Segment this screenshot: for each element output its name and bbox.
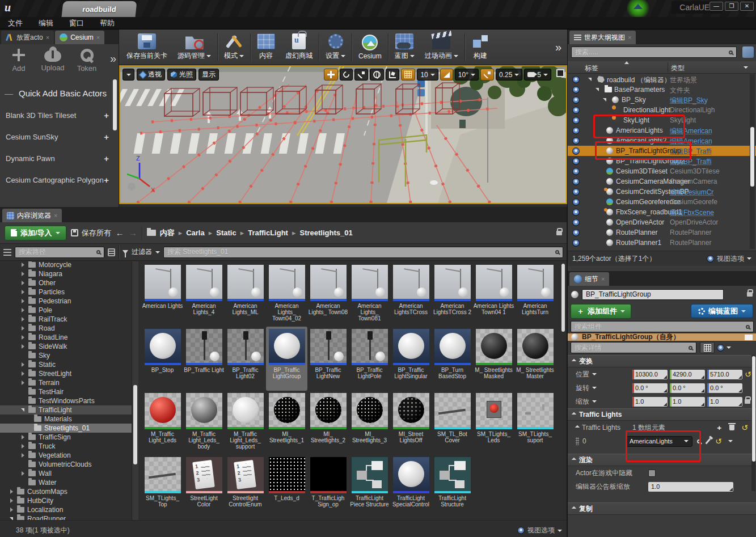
folder-Niagara[interactable]: Niagara	[0, 269, 132, 278]
visibility-eye-icon[interactable]	[572, 198, 580, 206]
tab-content-browser[interactable]: 内容浏览器×	[2, 209, 62, 222]
visibility-eye-icon[interactable]	[572, 107, 580, 114]
folder-Road[interactable]: Road	[0, 324, 132, 333]
visibility-eye-icon[interactable]	[572, 229, 580, 236]
chevron-right-icon[interactable]	[22, 435, 24, 439]
tab-放置acto[interactable]: 放置acto×	[1, 31, 54, 44]
asset-M_-Streetlights-Master[interactable]: M_ Streetlights Master	[514, 327, 556, 391]
scale-tool-button[interactable]	[354, 69, 368, 81]
toolbar-settings-button[interactable]: 设置	[320, 32, 350, 62]
transform-x-field[interactable]: 0.0 °	[632, 383, 668, 393]
level-tab[interactable]: roadbuild	[62, 1, 137, 17]
folder-StreetLight[interactable]: StreetLight	[0, 369, 132, 378]
folder-tree-scrollbar[interactable]	[133, 385, 137, 464]
folder-Wall[interactable]: Wall	[0, 469, 132, 478]
folder-RailTrack[interactable]: RailTrack	[0, 315, 132, 324]
asset-StreetLight-Color[interactable]: 1 2 3StreetLight Color	[183, 455, 225, 519]
asset-BP_Traffic-LightPole[interactable]: BP_Traffic LightPole	[349, 327, 390, 391]
chevron-right-icon[interactable]	[22, 281, 24, 285]
search-components-input[interactable]: 搜索组件	[571, 321, 754, 332]
chevron-right-icon[interactable]	[22, 263, 24, 267]
asset-M_-Streetlights-Masked[interactable]: M_ Streetlights Masked	[473, 327, 514, 391]
lit-mode-button[interactable]: 光照	[167, 69, 196, 81]
asset-T_Leds_d[interactable]: T_Leds_d	[266, 455, 307, 519]
tab-Cesium[interactable]: Cesium×	[55, 31, 104, 44]
chevron-down-icon[interactable]	[603, 98, 606, 102]
scale-snap-button[interactable]	[480, 69, 494, 81]
edit-blueprint-link[interactable]: 编辑FbxScene	[670, 208, 747, 218]
quick-add-section-header[interactable]: —Quick Add Basic Actors	[5, 88, 107, 98]
folder-Other[interactable]: Other	[0, 278, 132, 287]
chevron-right-icon[interactable]	[22, 272, 24, 276]
folder-TestWindowsParts[interactable]: TestWindowsParts	[0, 396, 132, 405]
folder-RoadRunner[interactable]: RoadRunner	[0, 514, 132, 520]
asset-BP_Traffic-Light[interactable]: BP_Traffic Light	[183, 327, 225, 391]
folder-Water[interactable]: Water	[0, 478, 132, 487]
collections-icon[interactable]	[108, 248, 115, 256]
transform-z-field[interactable]: 5710.0	[707, 370, 742, 379]
quick-add-item[interactable]: Cesium Cartographic Polygon+	[0, 169, 113, 191]
asset-MI_Street-LightsOff[interactable]: MI_Street LightsOff	[390, 391, 432, 455]
array-label[interactable]: Traffic Lights	[576, 424, 632, 432]
search-paths-input[interactable]: 搜索路径	[15, 247, 104, 258]
folder-Pole[interactable]: Pole	[0, 306, 132, 315]
asset-grid-scrollbar[interactable]	[561, 264, 565, 332]
filters-label[interactable]: 过滤器	[132, 247, 152, 257]
quick-add-item[interactable]: Cesium SunSky+	[0, 126, 113, 147]
back-icon[interactable]: ←	[116, 228, 124, 238]
asset-American-Lights_-Town08[interactable]: American Lights_ Town08	[307, 263, 349, 327]
outliner-row-RoutePlanner[interactable]: RoutePlannerRoutePlanner	[568, 227, 756, 238]
rotate-tool-button[interactable]	[340, 69, 353, 81]
outliner-row-BaseParameters[interactable]: BaseParameters文件夹	[568, 84, 756, 95]
edit-blueprint-link[interactable]: 编辑BP_Sky	[670, 96, 747, 105]
perspective-button[interactable]: 透视	[137, 69, 165, 81]
transform-x-field[interactable]: 1.0	[632, 397, 668, 407]
reset-icon[interactable]: ↺	[715, 438, 722, 445]
rotation-snap-button[interactable]	[440, 69, 453, 81]
asset-BP_Traffic-Light02[interactable]: BP_Traffic Light02	[225, 327, 266, 391]
breadcrumb-内容[interactable]: 内容	[160, 228, 175, 238]
transform-label[interactable]: 旋转	[576, 383, 632, 393]
visibility-eye-icon[interactable]	[572, 137, 580, 145]
toolbar-save-button[interactable]: 保存当前关卡	[121, 32, 172, 62]
toolbar-content-button[interactable]: 内容	[252, 32, 280, 62]
asset-BP_Turn-BasedStop[interactable]: BP_Turn BasedStop	[432, 327, 473, 391]
search-details-input[interactable]: 搜索详情	[571, 342, 696, 353]
toolbar-marketplace-button[interactable]: 虚幻商城	[280, 32, 318, 62]
show-button[interactable]: 显示	[198, 69, 219, 81]
overflow-chevron-icon[interactable]: »	[110, 52, 116, 65]
asset-TrafficLight-Piece-Structure[interactable]: TrafficLight Piece Structure	[349, 455, 390, 519]
toolbar-cesium-button[interactable]: Cesium	[353, 33, 387, 62]
close-icon[interactable]: ×	[96, 34, 100, 41]
outliner-view-options[interactable]: 视图选项	[707, 254, 751, 264]
drag-handle-icon[interactable]	[576, 437, 579, 445]
lock-icon[interactable]	[745, 399, 750, 404]
left-panel-scrollbar[interactable]	[113, 79, 117, 130]
section-transform[interactable]: 变换	[568, 355, 756, 367]
folder-Motorcycle[interactable]: Motorcycle	[0, 261, 132, 269]
folder-Terrain[interactable]: Terrain	[0, 378, 132, 387]
tutorial-icon[interactable]	[627, 0, 649, 19]
menu-item[interactable]: 文件	[8, 18, 23, 28]
asset-MI_-Streetlights_3[interactable]: MI_ Streetlights_3	[349, 391, 390, 455]
visibility-eye-icon[interactable]	[572, 96, 580, 104]
asset-American-Lights_4[interactable]: American Lights_4	[183, 263, 225, 327]
chevron-right-icon[interactable]	[22, 308, 24, 312]
chevron-right-icon[interactable]	[22, 471, 24, 476]
chevron-right-icon[interactable]	[22, 444, 24, 449]
viewport-options-button[interactable]	[123, 69, 134, 81]
breadcrumb-Carla[interactable]: Carla	[186, 229, 205, 237]
cb-view-options[interactable]: 视图选项	[517, 526, 562, 535]
search-assets-input[interactable]: 搜索 Streetlights_01	[163, 247, 563, 258]
tab-world-outliner[interactable]: 世界大纲视图×	[569, 31, 636, 44]
folder-Particles[interactable]: Particles	[0, 287, 132, 297]
outliner-row-RoutePlanner1[interactable]: RoutePlanner1RoutePlanner	[568, 238, 756, 248]
outliner-row-CesiumCameraManager[interactable]: CesiumCameraManagerCesiumCamera	[568, 176, 756, 187]
folder-Materials[interactable]: Materials	[0, 415, 132, 424]
folder-Sky[interactable]: Sky	[0, 351, 132, 360]
asset-American-LightsTCross[interactable]: American LightsTCross	[390, 263, 432, 327]
plus-icon[interactable]: +	[104, 154, 109, 163]
move-tool-button[interactable]	[324, 69, 338, 81]
chevron-down-icon[interactable]	[588, 78, 592, 81]
chevron-right-icon[interactable]	[22, 380, 24, 385]
